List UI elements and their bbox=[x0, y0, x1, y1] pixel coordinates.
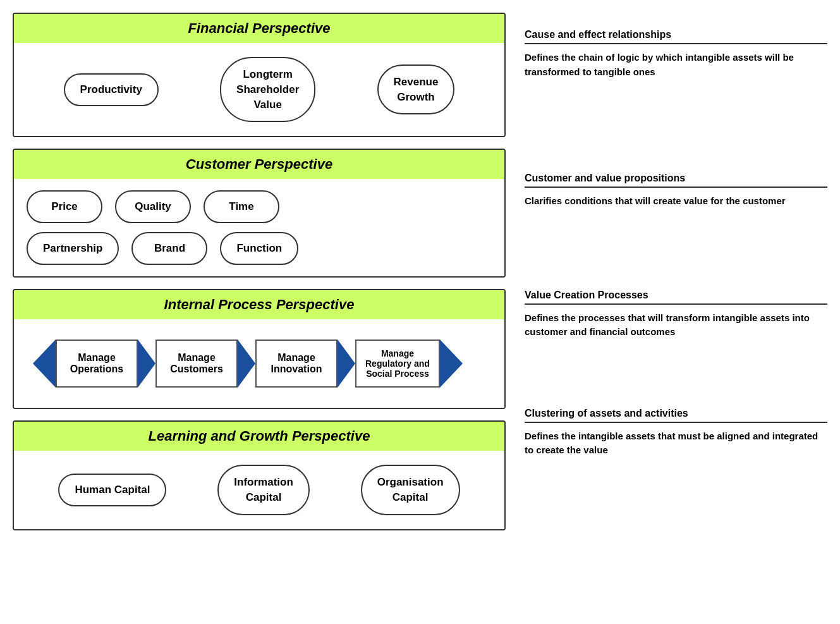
manage-regulatory-rect: Manage Regulatory and Social Process bbox=[355, 340, 440, 388]
sidebar-section-2-desc: Clarifies conditions that will create va… bbox=[525, 194, 827, 209]
learning-perspective-body: Human Capital Information Capital Organi… bbox=[14, 451, 504, 529]
customer-perspective-box: Customer Perspective Price Quality Time … bbox=[13, 149, 506, 278]
financial-perspective-box: Financial Perspective Productivity Longt… bbox=[13, 13, 506, 137]
customer-row2: Partnership Brand Function bbox=[27, 232, 492, 265]
sidebar-section-1-title: Cause and effect relationships bbox=[525, 29, 827, 44]
customer-row1: Price Quality Time bbox=[27, 190, 492, 223]
sidebar-section-1-desc: Defines the chain of logic by which inta… bbox=[525, 51, 827, 79]
sidebar-section-3-title: Value Creation Processes bbox=[525, 290, 827, 305]
internal-perspective-body: Manage Operations Manage Customers Manag… bbox=[14, 319, 504, 408]
sidebar-section-3: Value Creation Processes Defines the pro… bbox=[525, 290, 827, 357]
organisation-capital-oval: Organisation Capital bbox=[361, 465, 460, 515]
financial-perspective-header: Financial Perspective bbox=[14, 14, 504, 43]
sidebar-section-4: Clustering of assets and activities Defi… bbox=[525, 408, 827, 475]
human-capital-oval: Human Capital bbox=[58, 474, 166, 506]
customer-ovals-rows: Price Quality Time Partnership Brand Fun… bbox=[27, 190, 492, 265]
internal-perspective-header: Internal Process Perspective bbox=[14, 290, 504, 319]
sidebar-section-1: Cause and effect relationships Defines t… bbox=[525, 19, 827, 97]
sidebar-section-2: Customer and value propositions Clarifie… bbox=[525, 173, 827, 226]
manage-operations-rect: Manage Operations bbox=[56, 340, 138, 388]
manage-innovation-rect: Manage Innovation bbox=[255, 340, 338, 388]
sidebar-section-4-desc: Defines the intangible assets that must … bbox=[525, 429, 827, 458]
sidebar-section-3-desc: Defines the processes that will transfor… bbox=[525, 311, 827, 340]
arrow-between-3-icon bbox=[338, 340, 355, 388]
spacer-3 bbox=[525, 357, 827, 408]
customer-perspective-body: Price Quality Time Partnership Brand Fun… bbox=[14, 179, 504, 276]
left-column: Financial Perspective Productivity Longt… bbox=[13, 13, 506, 530]
time-oval: Time bbox=[204, 190, 279, 223]
revenue-oval: Revenue Growth bbox=[377, 64, 455, 115]
process-row: Manage Operations Manage Customers Manag… bbox=[27, 331, 492, 396]
information-capital-oval: Information Capital bbox=[217, 465, 310, 515]
main-layout: Financial Perspective Productivity Longt… bbox=[13, 13, 827, 530]
longterm-oval: Longterm Shareholder Value bbox=[220, 57, 315, 122]
arrow-right-icon bbox=[440, 340, 463, 388]
financial-perspective-body: Productivity Longterm Shareholder Value … bbox=[14, 43, 504, 136]
function-oval: Function bbox=[220, 232, 298, 265]
arrow-left-icon bbox=[33, 340, 56, 388]
arrow-between-2-icon bbox=[238, 340, 255, 388]
internal-perspective-box: Internal Process Perspective Manage Oper… bbox=[13, 289, 506, 409]
spacer-2 bbox=[525, 226, 827, 290]
productivity-oval: Productivity bbox=[64, 73, 159, 106]
right-column: Cause and effect relationships Defines t… bbox=[525, 13, 827, 475]
price-oval: Price bbox=[27, 190, 102, 223]
sidebar-section-4-title: Clustering of assets and activities bbox=[525, 408, 827, 423]
partnership-oval: Partnership bbox=[27, 232, 119, 265]
sidebar-section-2-title: Customer and value propositions bbox=[525, 173, 827, 188]
learning-perspective-header: Learning and Growth Perspective bbox=[14, 422, 504, 451]
arrow-between-1-icon bbox=[138, 340, 155, 388]
learning-perspective-box: Learning and Growth Perspective Human Ca… bbox=[13, 420, 506, 530]
quality-oval: Quality bbox=[115, 190, 191, 223]
customer-perspective-header: Customer Perspective bbox=[14, 150, 504, 179]
manage-customers-rect: Manage Customers bbox=[155, 340, 238, 388]
brand-oval: Brand bbox=[131, 232, 207, 265]
spacer-1 bbox=[525, 97, 827, 173]
